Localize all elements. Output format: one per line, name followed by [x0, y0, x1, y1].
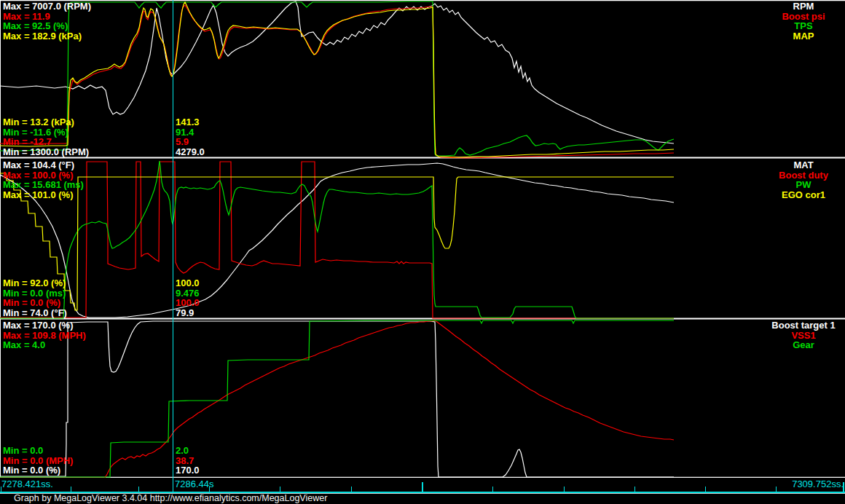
panel3-cursor-values: 2.038.7170.0 — [176, 446, 200, 476]
label-row: Boost target 1 — [763, 320, 844, 331]
timeline-tick — [705, 487, 706, 492]
label-row: Min = 1300.0 (RPM) — [3, 147, 89, 157]
status-bar: Graph by MegaLogViewer 3.4.04 http://www… — [0, 493, 845, 504]
timeline-tick — [776, 487, 777, 492]
label-row: VSS1 — [763, 331, 844, 341]
label-row: 170.0 — [176, 465, 200, 476]
label-row: Max = 170.0 (%) — [3, 320, 86, 331]
label-row: Min = 0.0 — [3, 446, 73, 456]
panel3-min-labels: Min = 0.0Min = 0.0 (MPH)Min = 0.0 (%) — [3, 446, 73, 476]
label-row: TPS — [763, 21, 844, 31]
trace-mat — [0, 163, 674, 318]
label-row: Min = -11.6 (%) — [3, 127, 89, 138]
megalogviewer-window: Max = 7007.0 (RPM)Max = 11.9Max = 92.5 (… — [0, 0, 845, 504]
timeline-tick — [1, 487, 1, 492]
label-row: MAT — [763, 160, 844, 170]
timeline-tick — [138, 487, 139, 492]
label-row: Max = 11.9 — [3, 12, 91, 22]
label-row: Boost duty — [763, 170, 844, 181]
timeline-tick — [209, 487, 210, 492]
label-row: Min = -12.7 — [3, 137, 89, 147]
label-row: Min = 74.0 (°F) — [3, 308, 67, 318]
label-row: Max = 101.0 (%) — [3, 190, 84, 200]
label-row: Min = 0.0 (%) — [3, 465, 73, 476]
graph-canvas[interactable] — [0, 0, 845, 478]
trace-pw — [0, 161, 674, 318]
timeline-tick — [71, 487, 71, 492]
label-row: Min = 0.0 (MPH) — [3, 456, 73, 466]
label-row: 4279.0 — [176, 147, 205, 157]
label-row: Max = 100.0 (%) — [3, 170, 84, 181]
label-row: Max = 182.9 (kPa) — [3, 31, 91, 42]
timeline-tick — [492, 487, 493, 492]
panel3-max-labels: Max = 170.0 (%)Max = 109.8 (MPH)Max = 4.… — [3, 320, 86, 350]
panel1-cursor-values: 141.391.45.94279.0 — [176, 117, 205, 157]
label-row: Max = 92.5 (%) — [3, 21, 91, 31]
trace-tps — [0, 1, 674, 156]
label-row: 91.4 — [176, 127, 205, 138]
timeline-major-tick — [422, 482, 423, 492]
trace-boost-psi — [0, 5, 674, 158]
timeline-scrubber[interactable]: 7278.421ss. 7286.44s 7309.752ss. — [0, 478, 845, 493]
label-row: PW — [763, 180, 844, 190]
label-row: 100.0 — [176, 278, 200, 288]
label-row: EGO cor1 — [763, 190, 844, 200]
timeline-tick — [351, 487, 352, 492]
label-row: 38.7 — [176, 456, 200, 466]
label-row: 5.9 — [176, 137, 205, 147]
cursor-line[interactable] — [173, 0, 173, 493]
trace-vss1 — [0, 320, 674, 478]
label-row: Min = 92.0 (%) — [3, 278, 67, 288]
trace-gear — [0, 320, 674, 477]
label-row: Max = 104.4 (°F) — [3, 160, 84, 170]
timeline-major-tick — [843, 482, 844, 492]
label-row: 79.9 — [176, 308, 200, 318]
label-row: Min = 0.0 (%) — [3, 298, 67, 308]
trace-group — [0, 1, 674, 478]
timeline-start-time: 7278.421ss. — [1, 479, 53, 489]
trace-boost-duty — [0, 162, 674, 318]
status-bar-text: Graph by MegaLogViewer 3.4.04 http://www… — [14, 493, 327, 503]
label-row: Gear — [763, 340, 844, 350]
label-row: 100.0 — [176, 298, 200, 308]
panel1-min-labels: Min = 13.2 (kPa)Min = -11.6 (%)Min = -12… — [3, 117, 89, 157]
label-row: Max = 7007.0 (RPM) — [3, 1, 91, 12]
panel1-max-labels: Max = 7007.0 (RPM)Max = 11.9Max = 92.5 (… — [3, 1, 91, 41]
label-row: Max = 15.681 (ms) — [3, 180, 84, 190]
label-row: 9.476 — [176, 288, 200, 299]
trace-boost-target-1 — [0, 321, 674, 477]
label-row: Min = 13.2 (kPa) — [3, 117, 89, 127]
panel2-min-labels: Min = 92.0 (%)Min = 0.0 (ms)Min = 0.0 (%… — [3, 278, 67, 318]
label-row: 2.0 — [176, 446, 200, 456]
label-row: Max = 109.8 (MPH) — [3, 331, 86, 341]
timeline-tick — [564, 487, 565, 492]
panel2-cursor-values: 100.09.476100.079.9 — [176, 278, 200, 318]
panel2-max-labels: Max = 104.4 (°F)Max = 100.0 (%)Max = 15.… — [3, 160, 84, 200]
timeline-cursor-time: 7286.44s — [175, 479, 214, 489]
label-row: 141.3 — [176, 117, 205, 127]
label-row: RPM — [763, 1, 844, 12]
timeline-end-time: 7309.752ss. — [792, 479, 844, 489]
timeline-tick — [280, 487, 280, 492]
label-row: MAP — [763, 31, 844, 42]
panel3-legend: Boost target 1VSS1Gear — [763, 320, 844, 350]
timeline-tick — [634, 487, 635, 492]
label-row: Boost psi — [763, 12, 844, 22]
trace-ego-cor1 — [0, 173, 674, 310]
trace-map — [0, 2, 674, 157]
panel1-legend: RPMBoost psiTPSMAP — [763, 1, 844, 41]
panel2-legend: MATBoost dutyPWEGO cor1 — [763, 160, 844, 200]
label-row: Max = 4.0 — [3, 340, 86, 350]
label-row: Min = 0.0 (ms) — [3, 288, 67, 299]
